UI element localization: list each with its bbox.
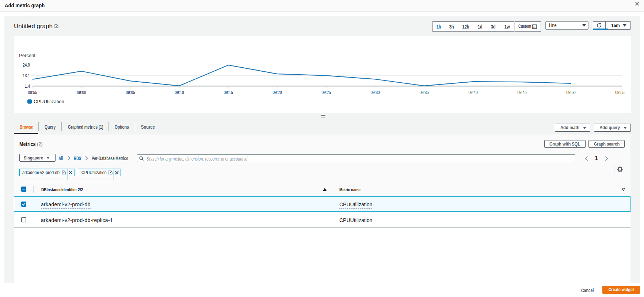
svg-text:09:50: 09:50 — [567, 90, 576, 95]
svg-text:09:45: 09:45 — [518, 90, 527, 95]
svg-text:09:15: 09:15 — [224, 90, 233, 95]
svg-text:09:20: 09:20 — [273, 90, 282, 95]
svg-text:13.1: 13.1 — [23, 73, 30, 78]
svg-text:Percent: Percent — [19, 53, 35, 58]
svg-text:09:25: 09:25 — [322, 90, 331, 95]
svg-text:09:55: 09:55 — [616, 90, 625, 95]
svg-text:CPUUtilization: CPUUtilization — [34, 99, 64, 104]
svg-text:09:10: 09:10 — [175, 90, 184, 95]
svg-text:09:30: 09:30 — [371, 90, 380, 95]
svg-text:09:00: 09:00 — [77, 90, 86, 95]
svg-text:1.4: 1.4 — [25, 84, 30, 89]
svg-text:09:35: 09:35 — [420, 90, 429, 95]
svg-text:09:05: 09:05 — [126, 90, 135, 95]
svg-text:09:40: 09:40 — [469, 90, 478, 95]
svg-text:24.9: 24.9 — [23, 63, 30, 68]
svg-text:08:55: 08:55 — [28, 90, 37, 95]
